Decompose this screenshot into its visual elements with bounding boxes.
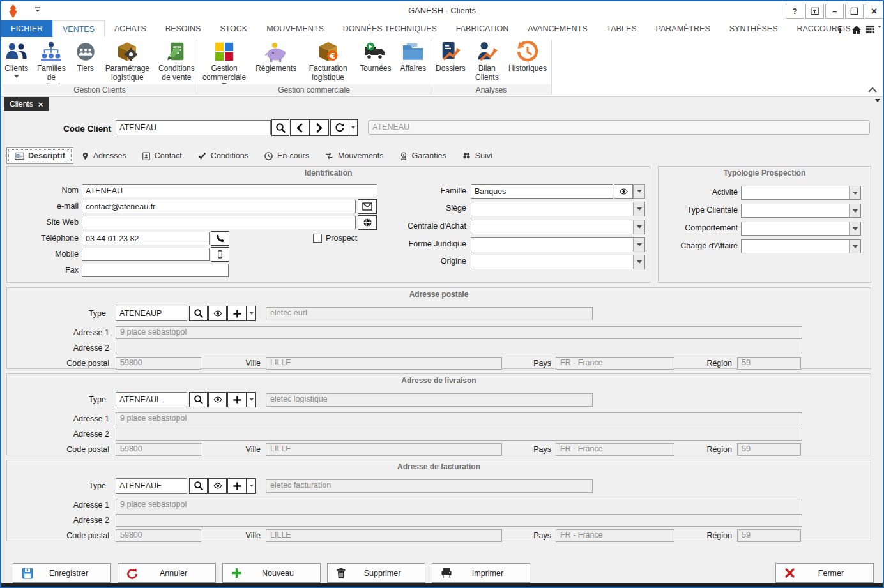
adresse-livraison-search-button[interactable]	[189, 392, 208, 407]
dropdown-button[interactable]	[633, 220, 644, 234]
type-clientele-combobox[interactable]	[741, 204, 861, 218]
origine-combobox[interactable]	[471, 255, 645, 269]
tab-conditions[interactable]: Conditions	[190, 147, 256, 164]
ribbon-clients-button[interactable]: Clients	[0, 38, 33, 78]
adresse-livraison-view-button[interactable]	[208, 392, 227, 407]
prospect-checkbox[interactable]	[313, 234, 322, 243]
ribbon-familles-de-client-button[interactable]: Familles de client	[33, 38, 70, 91]
home-icon[interactable]	[851, 25, 862, 34]
menu-tab-donnees-techniques[interactable]: DONNÉES TECHNIQUES	[333, 20, 446, 37]
dropdown-button[interactable]	[633, 202, 644, 216]
adresse-postale-add-button[interactable]	[227, 306, 247, 321]
menu-tab-ventes[interactable]: VENTES	[52, 20, 105, 37]
tab-suivi[interactable]: Suivi	[454, 147, 500, 164]
adresse-postale-type-input[interactable]	[116, 306, 187, 321]
adresse-postale-view-button[interactable]	[208, 306, 227, 321]
menu-tab-mouvements[interactable]: MOUVEMENTS	[257, 20, 333, 37]
adresse-facturation-view-button[interactable]	[208, 478, 227, 494]
menu-tab-tables[interactable]: TABLES	[597, 20, 646, 37]
nom-input[interactable]	[82, 184, 377, 197]
next-record-button[interactable]	[309, 119, 329, 136]
adresse-livraison-type-input[interactable]	[116, 392, 187, 407]
ribbon-tournees-button[interactable]: Tournées	[355, 38, 395, 73]
new-button[interactable]: Nouveau	[222, 563, 321, 583]
dropdown-button[interactable]	[849, 186, 860, 199]
close-button[interactable]: ×	[865, 4, 883, 19]
ribbon-affaires-button[interactable]: Affaires	[396, 38, 431, 73]
maximize-button[interactable]	[845, 4, 864, 19]
centrale-achat-combobox[interactable]	[471, 220, 645, 234]
adresse-postale-search-button[interactable]	[189, 306, 208, 321]
menu-tab-avancements[interactable]: AVANCEMENTS	[518, 20, 597, 37]
adresse-postale-add-dropdown[interactable]	[247, 306, 256, 321]
dropdown-button[interactable]	[633, 255, 644, 269]
adresse-facturation-search-button[interactable]	[189, 478, 208, 494]
famille-view-button[interactable]	[614, 184, 633, 199]
ribbon-reglements-button[interactable]: Règlements	[251, 38, 301, 73]
cancel-button[interactable]: Annuler	[118, 563, 216, 583]
delete-button[interactable]: Supprimer	[327, 563, 425, 583]
adresse-facturation-type-input[interactable]	[116, 478, 187, 494]
dropdown-button[interactable]	[633, 238, 644, 252]
tab-descriptif[interactable]: Descriptif	[6, 147, 73, 164]
tab-garanties[interactable]: Garanties	[392, 147, 454, 164]
tab-en-cours[interactable]: En-cours	[256, 147, 317, 164]
charge-affaire-combobox[interactable]	[741, 239, 861, 253]
ribbon-historiques-button[interactable]: Historiques	[504, 38, 551, 73]
menu-tab-fichier[interactable]: FICHIER	[1, 20, 52, 37]
refresh-button[interactable]	[330, 119, 349, 136]
adresse-livraison-add-button[interactable]	[227, 392, 247, 407]
ribbon-bilan-clients-button[interactable]: Bilan Clients	[470, 38, 504, 82]
comportement-combobox[interactable]	[741, 222, 861, 236]
famille-dropdown[interactable]	[633, 184, 645, 199]
menu-tab-syntheses[interactable]: SYNTHÈSES	[720, 20, 788, 37]
calculator-grid-icon[interactable]	[865, 25, 875, 34]
menu-tab-stock[interactable]: STOCK	[210, 20, 257, 37]
help-button[interactable]: ?	[786, 4, 804, 19]
call-mobile-button[interactable]	[211, 247, 229, 262]
telephone-input[interactable]	[82, 232, 210, 245]
ribbon-dossiers-button[interactable]: Dossiers	[431, 38, 470, 73]
mobile-input[interactable]	[82, 248, 210, 261]
ribbon-conditions-de-vente-button[interactable]: Conditions de vente	[154, 38, 199, 82]
siege-combobox[interactable]	[471, 202, 645, 216]
menu-tab-fabrication[interactable]: FABRICATION	[446, 20, 518, 37]
menu-tab-besoins[interactable]: BESOINS	[156, 20, 211, 37]
document-tab-clients[interactable]: Clients ×	[4, 97, 49, 111]
menu-tab-achats[interactable]: ACHATS	[105, 20, 156, 37]
tab-adresses[interactable]: Adresses	[73, 147, 134, 164]
fax-input[interactable]	[82, 264, 229, 277]
ribbon-tiers-button[interactable]: Tiers	[70, 38, 101, 73]
menu-tab-parametres[interactable]: PARAMÈTRES	[646, 20, 720, 37]
dropdown-button[interactable]	[849, 222, 860, 235]
dropdown-button[interactable]	[849, 240, 860, 253]
minimize-button[interactable]: –	[825, 4, 844, 19]
tab-contact[interactable]: Contact	[134, 147, 190, 164]
famille-input[interactable]	[471, 184, 613, 199]
ribbon-facturation-logistique-button[interactable]: € Facturation logistique	[301, 38, 355, 82]
menu-tab-raccourcis[interactable]: RACCOURCIS	[788, 20, 860, 37]
adresse-livraison-add-dropdown[interactable]	[247, 392, 256, 407]
refresh-options-dropdown[interactable]	[349, 119, 358, 136]
activite-combobox[interactable]	[741, 186, 861, 200]
search-button[interactable]	[271, 119, 289, 136]
ribbon-parametrage-logistique-button[interactable]: Paramétrage logistique	[101, 38, 154, 82]
tab-close-icon[interactable]: ×	[38, 100, 43, 109]
info-icon[interactable]: i	[839, 24, 841, 35]
email-input[interactable]	[82, 200, 356, 213]
previous-record-button[interactable]	[290, 119, 310, 136]
code-client-input[interactable]	[116, 120, 271, 135]
tab-mouvements[interactable]: Mouvements	[317, 147, 392, 164]
adresse-facturation-add-button[interactable]	[227, 478, 247, 494]
dropdown-button[interactable]	[849, 204, 860, 217]
forme-juridique-combobox[interactable]	[471, 237, 645, 252]
site-web-input[interactable]	[82, 216, 356, 229]
close-form-button[interactable]: Fermer	[775, 563, 874, 583]
ribbon-gestion-commerciale-button[interactable]: Gestion commerciale	[197, 38, 251, 86]
print-button[interactable]: Imprimer	[432, 563, 530, 583]
adresse-facturation-add-dropdown[interactable]	[247, 478, 256, 494]
ribbon-collapse-icon[interactable]	[868, 87, 877, 93]
save-button[interactable]: Enregistrer	[13, 563, 111, 583]
popup-window-button[interactable]	[805, 4, 824, 19]
call-phone-button[interactable]	[211, 231, 229, 246]
